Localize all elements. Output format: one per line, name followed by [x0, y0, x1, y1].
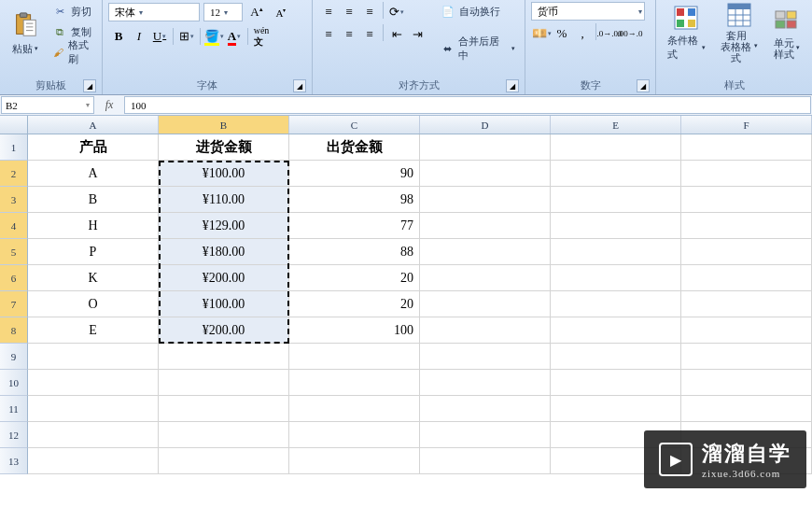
cell-B4[interactable]: ¥129.00	[159, 213, 289, 239]
cell-D1[interactable]	[420, 134, 551, 161]
font-color-button[interactable]: A	[224, 26, 245, 47]
row-header-8[interactable]: 8	[0, 317, 28, 344]
cell-D3[interactable]	[420, 187, 551, 213]
cell-A10[interactable]	[28, 370, 159, 396]
cell-F1[interactable]	[681, 134, 812, 161]
cell-A11[interactable]	[28, 396, 159, 422]
cell-B5[interactable]: ¥180.00	[159, 239, 289, 265]
cell-F6[interactable]	[681, 265, 812, 291]
fx-button[interactable]: fx	[101, 97, 118, 114]
conditional-format-button[interactable]: 条件格式▾	[662, 2, 711, 63]
cell-B1[interactable]: 进货金额	[159, 134, 289, 161]
cell-E2[interactable]	[551, 161, 681, 187]
cell-E8[interactable]	[551, 317, 681, 344]
cell-E1[interactable]	[551, 134, 681, 161]
cell-B11[interactable]	[159, 396, 289, 422]
italic-button[interactable]: I	[129, 26, 149, 47]
col-header-D[interactable]: D	[420, 116, 551, 134]
decrease-indent-button[interactable]: ⇤	[386, 24, 407, 45]
bold-button[interactable]: B	[108, 26, 129, 47]
format-painter-button[interactable]: 🖌 格式刷	[49, 43, 96, 62]
row-header-1[interactable]: 1	[0, 134, 28, 161]
cell-F9[interactable]	[681, 344, 812, 370]
row-header-12[interactable]: 12	[0, 422, 28, 448]
cell-B8[interactable]: ¥200.00	[159, 317, 289, 344]
cell-D7[interactable]	[420, 291, 551, 317]
decrease-decimal-button[interactable]: .00→.0	[620, 23, 640, 44]
name-box[interactable]: B2 ▾	[1, 96, 94, 114]
cell-B13[interactable]	[159, 448, 289, 474]
cell-C6[interactable]: 20	[289, 265, 420, 291]
col-header-A[interactable]: A	[28, 116, 159, 134]
fill-color-button[interactable]: 🪣	[203, 26, 224, 47]
col-header-F[interactable]: F	[681, 116, 812, 134]
phonetic-button[interactable]: wén文	[251, 26, 272, 47]
row-header-10[interactable]: 10	[0, 370, 28, 396]
increase-font-button[interactable]: A▴	[246, 2, 267, 22]
cell-C9[interactable]	[289, 344, 420, 370]
cell-E7[interactable]	[551, 291, 681, 317]
row-header-4[interactable]: 4	[0, 213, 28, 239]
cell-A7[interactable]: O	[28, 291, 159, 317]
align-top-button[interactable]: ≡	[318, 2, 339, 22]
cell-C3[interactable]: 98	[289, 187, 420, 213]
cell-A1[interactable]: 产品	[28, 134, 159, 161]
row-header-9[interactable]: 9	[0, 344, 28, 370]
number-dialog-launcher[interactable]: ◢	[637, 79, 650, 92]
row-header-2[interactable]: 2	[0, 161, 28, 187]
align-middle-button[interactable]: ≡	[339, 2, 359, 22]
cell-A13[interactable]	[28, 448, 159, 474]
cell-A8[interactable]: E	[28, 317, 159, 344]
cell-C7[interactable]: 20	[289, 291, 420, 317]
cell-C4[interactable]: 77	[289, 213, 420, 239]
font-size-combo[interactable]: 12 ▾	[203, 3, 243, 21]
align-center-button[interactable]: ≡	[339, 24, 359, 45]
clipboard-dialog-launcher[interactable]: ◢	[83, 79, 96, 92]
cell-F11[interactable]	[681, 396, 812, 422]
formula-input[interactable]: 100	[124, 96, 811, 114]
cell-C10[interactable]	[289, 370, 420, 396]
cell-F10[interactable]	[681, 370, 812, 396]
cell-B3[interactable]: ¥110.00	[159, 187, 289, 213]
align-right-button[interactable]: ≡	[359, 24, 380, 45]
cell-D11[interactable]	[420, 396, 551, 422]
select-all-corner[interactable]	[0, 116, 28, 134]
cell-E3[interactable]	[551, 187, 681, 213]
cell-F8[interactable]	[681, 317, 812, 344]
cell-D5[interactable]	[420, 239, 551, 265]
cell-F5[interactable]	[681, 239, 812, 265]
cell-D2[interactable]	[420, 161, 551, 187]
orientation-button[interactable]: ⟳	[386, 2, 407, 22]
border-button[interactable]: ⊞	[176, 26, 197, 47]
row-header-6[interactable]: 6	[0, 265, 28, 291]
cell-C13[interactable]	[289, 448, 420, 474]
align-bottom-button[interactable]: ≡	[359, 2, 380, 22]
cut-button[interactable]: ✂ 剪切	[49, 2, 96, 21]
cell-D13[interactable]	[420, 448, 551, 474]
cell-B6[interactable]: ¥200.00	[159, 265, 289, 291]
row-header-3[interactable]: 3	[0, 187, 28, 213]
merge-center-button[interactable]: ⬌ 合并后居中 ▾	[437, 39, 519, 58]
underline-button[interactable]: U	[149, 26, 170, 47]
cell-B7[interactable]: ¥100.00	[159, 291, 289, 317]
cell-A5[interactable]: P	[28, 239, 159, 265]
cell-A3[interactable]: B	[28, 187, 159, 213]
cell-C11[interactable]	[289, 396, 420, 422]
decrease-font-button[interactable]: A▾	[271, 2, 291, 22]
number-format-combo[interactable]: 货币 ▾	[531, 2, 645, 21]
font-name-combo[interactable]: 宋体 ▾	[108, 3, 200, 21]
cell-C1[interactable]: 出货金额	[289, 134, 420, 161]
col-header-C[interactable]: C	[289, 116, 420, 134]
cell-A4[interactable]: H	[28, 213, 159, 239]
row-header-13[interactable]: 13	[0, 448, 28, 474]
font-dialog-launcher[interactable]: ◢	[293, 79, 306, 92]
cell-B12[interactable]	[159, 422, 289, 448]
cell-C8[interactable]: 100	[289, 317, 420, 344]
cell-D10[interactable]	[420, 370, 551, 396]
cell-C2[interactable]: 90	[289, 161, 420, 187]
col-header-B[interactable]: B	[159, 116, 289, 134]
cell-A6[interactable]: K	[28, 265, 159, 291]
row-header-5[interactable]: 5	[0, 239, 28, 265]
cell-B10[interactable]	[159, 370, 289, 396]
cell-B2[interactable]: ¥100.00	[159, 161, 289, 187]
